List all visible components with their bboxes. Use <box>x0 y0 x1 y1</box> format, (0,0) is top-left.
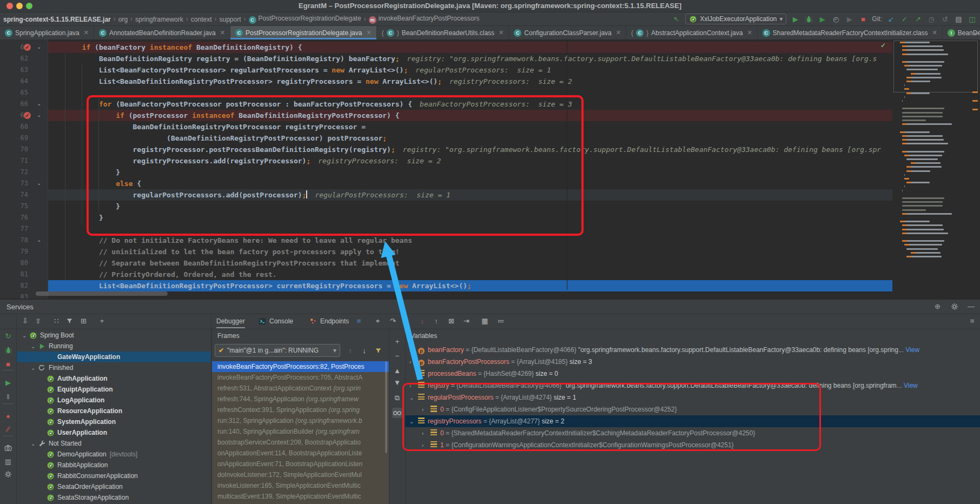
service-item-resourceapplication[interactable]: ResourceApplication <box>17 406 211 416</box>
move-up-icon[interactable]: ▲ <box>392 366 402 376</box>
stack-frame-row[interactable]: onApplicationEvent:114, BootstrapApplica… <box>212 448 389 459</box>
tree-expander-icon[interactable]: ⌄ <box>31 441 37 447</box>
code-line[interactable]: else { <box>116 178 141 189</box>
move-down-icon[interactable]: ▼ <box>392 377 402 388</box>
editor-tab[interactable]: (C)AbstractApplicationContext.java✕ <box>626 26 758 39</box>
run-to-cursor-icon[interactable]: ⇥ <box>462 316 471 326</box>
stack-frame-row[interactable]: multicastEvent:127, SimpleApplicationEve… <box>212 502 389 504</box>
layout-menu-icon[interactable]: ≡ <box>354 316 363 326</box>
breadcrumb-item[interactable]: CPostProcessorRegistrationDelegate <box>249 15 361 24</box>
code-line[interactable]: } <box>99 212 103 223</box>
thread-selector[interactable]: ✔ "main"@1 in g...ain": RUNNING ▾ <box>215 344 340 357</box>
stack-frame-row[interactable]: run:140, SpringApplicationBuilder (org.s… <box>212 426 389 437</box>
service-item-logapplication[interactable]: LogApplication <box>17 395 211 406</box>
variable-row-registry[interactable]: ›registry = {DefaultListableBeanFactory@… <box>405 380 980 392</box>
code-line[interactable]: registryProcessors.add(registryProcessor… <box>133 155 441 167</box>
code-line[interactable]: for (BeanFactoryPostProcessor postProces… <box>99 98 572 110</box>
stack-frame-row[interactable]: refreshContext:391, SpringApplication (o… <box>212 404 389 415</box>
code-editor[interactable]: 61✓⌄6263646566⌄67✓⌄686970717273⌄74757677… <box>0 39 980 299</box>
evaluate-expression-icon[interactable]: ▦ <box>480 316 489 326</box>
run-disabled-icon[interactable]: ▶ <box>845 15 854 24</box>
navigate-back-icon[interactable]: ↖ <box>672 15 681 24</box>
stack-frame-row[interactable]: doInvokeListener:172, SimpleApplicationE… <box>212 469 389 480</box>
variable-row-0[interactable]: ›0 = {ConfigFileApplicationListener$Prop… <box>405 403 980 415</box>
step-into-icon[interactable]: ↓ <box>403 316 413 326</box>
close-tab-icon[interactable]: ✕ <box>220 29 225 36</box>
resume-icon[interactable]: ▶ <box>3 377 13 387</box>
collapse-all-icon[interactable]: ⇧ <box>34 316 43 326</box>
show-execution-point-icon[interactable]: ⌖ <box>373 316 382 326</box>
float-mode-icon[interactable]: ⊕ <box>933 302 942 311</box>
debug-icon[interactable] <box>804 15 813 24</box>
expand-all-icon[interactable]: ⇩ <box>21 316 30 326</box>
editor-tab[interactable]: CPostProcessorRegistrationDelegate.java✕ <box>230 26 377 39</box>
stack-frame-row[interactable]: onApplicationEvent:71, BootstrapApplicat… <box>212 459 389 469</box>
variable-row-beanFactoryPostProcessors[interactable]: ›pbeanFactoryPostProcessors = {ArrayList… <box>405 356 980 368</box>
code-line[interactable]: List<BeanDefinitionRegistryPostProcessor… <box>99 280 472 291</box>
run-configuration-selector[interactable]: XxlJobExecutorApplication▾ <box>685 14 786 24</box>
debugger-tab-debugger[interactable]: Debugger <box>216 315 245 327</box>
drop-frame-icon[interactable]: ⊠ <box>447 316 456 326</box>
code-line[interactable]: if (beanFactory instanceof BeanDefinitio… <box>82 42 302 53</box>
frames-scrollbar[interactable] <box>385 361 387 453</box>
history-icon[interactable]: ◷ <box>927 15 936 24</box>
code-line[interactable]: } <box>116 201 120 212</box>
code-line[interactable]: (BeanDefinitionRegistryPostProcessor) po… <box>167 132 387 144</box>
service-item-finished[interactable]: ⌄Finished <box>17 362 211 373</box>
coverage-icon[interactable]: ▶ <box>818 15 827 24</box>
tree-expander-icon[interactable]: ⌄ <box>409 392 417 403</box>
service-item-demoapplication[interactable]: DemoApplication[devtools] <box>17 449 211 460</box>
stop-icon[interactable]: ■ <box>858 15 868 24</box>
horizontal-scrollbar[interactable] <box>36 291 168 296</box>
variable-row-beanFactory[interactable]: ›pbeanFactory = {DefaultListableBeanFact… <box>405 344 980 356</box>
frames-list[interactable]: invokeBeanFactoryPostProcessors:82, Post… <box>212 361 389 504</box>
stack-frame-row[interactable]: run:312, SpringApplication (org.springfr… <box>212 415 389 426</box>
remove-watch-icon[interactable]: − <box>392 351 402 361</box>
tree-expander-icon[interactable]: ⌄ <box>31 343 37 349</box>
window-icon[interactable]: ◫ <box>968 15 977 24</box>
debugger-tab-endpoints[interactable]: Endpoints <box>309 315 349 327</box>
variable-row-1[interactable]: ›1 = {ConfigurationWarningsApplicationCo… <box>405 439 980 451</box>
git-update-icon[interactable]: ↙ <box>886 15 896 24</box>
mute-breakpoints-icon[interactable]: ⁄⁄ <box>3 424 13 434</box>
settings-gear-icon[interactable] <box>950 302 959 311</box>
close-tab-icon[interactable]: ✕ <box>616 29 621 36</box>
code-text[interactable]: if (beanFactory instanceof BeanDefinitio… <box>0 39 892 299</box>
rollback-icon[interactable]: ↺ <box>941 15 950 24</box>
hide-panel-icon[interactable]: — <box>966 302 976 311</box>
close-tab-icon[interactable]: ✕ <box>747 29 752 36</box>
code-line[interactable]: List<BeanDefinitionRegistryPostProcessor… <box>99 76 572 87</box>
stack-frame-row[interactable]: invokeListener:165, SimpleApplicationEve… <box>212 480 389 491</box>
service-item-not started[interactable]: ⌄Not Started <box>17 438 211 449</box>
stack-frame-row[interactable]: refresh:744, SpringApplication (org.spri… <box>212 394 389 404</box>
service-item-running[interactable]: ⌄Running <box>17 341 211 352</box>
service-item-systemapplication[interactable]: SystemApplication <box>17 416 211 427</box>
editor-tab[interactable]: CSharedMetadataReaderFactoryContextIniti… <box>758 26 943 39</box>
code-line[interactable]: // Separate between BeanDefinitionRegist… <box>99 257 400 269</box>
stop-icon[interactable]: ■ <box>3 359 13 369</box>
view-breakpoints-icon[interactable]: ● <box>3 411 13 421</box>
close-tab-icon[interactable]: ✕ <box>932 29 937 36</box>
hide-toolwindow-icon[interactable]: ≡ <box>968 316 977 326</box>
close-tab-icon[interactable]: ✕ <box>84 29 89 36</box>
view-value-link[interactable]: View <box>905 346 919 354</box>
variables-panel[interactable]: Variables›pbeanFactory = {DefaultListabl… <box>405 329 980 504</box>
stack-frame-row[interactable]: invokeBeanFactoryPostProcessors:82, Post… <box>212 361 389 372</box>
add-service-icon[interactable]: + <box>97 316 107 326</box>
tree-expander-icon[interactable]: ⌄ <box>409 416 417 427</box>
copy-stack-icon[interactable]: ⧉ <box>392 393 402 403</box>
editor-tab[interactable]: CSpringApplication.java✕ <box>0 26 94 39</box>
code-line[interactable]: BeanDefinitionRegistry registry = (BeanD… <box>99 53 877 64</box>
close-tab-icon[interactable]: ✕ <box>499 29 504 36</box>
code-line[interactable]: // Do not initialize FactoryBeans here: … <box>99 235 412 246</box>
service-item-gatewayapplication[interactable]: GateWayApplication <box>17 352 211 362</box>
git-commit-icon[interactable]: ✓ <box>900 15 909 24</box>
editor-tab[interactable]: (C)BeanDefinitionReaderUtils.class✕ <box>377 26 509 39</box>
inspections-ok-icon[interactable]: ✓ <box>880 42 886 49</box>
tree-expander-icon[interactable]: › <box>422 440 429 451</box>
service-item-authapplication[interactable]: AuthApplication <box>17 373 211 384</box>
service-item-userapplication[interactable]: UserApplication <box>17 427 211 438</box>
variable-row-processedBeans[interactable]: processedBeans = {HashSet@4269} size = 0 <box>405 368 980 380</box>
stack-frame-row[interactable]: refresh:531, AbstractApplicationContext … <box>212 383 389 394</box>
structure-icon[interactable]: ▤ <box>954 15 963 24</box>
